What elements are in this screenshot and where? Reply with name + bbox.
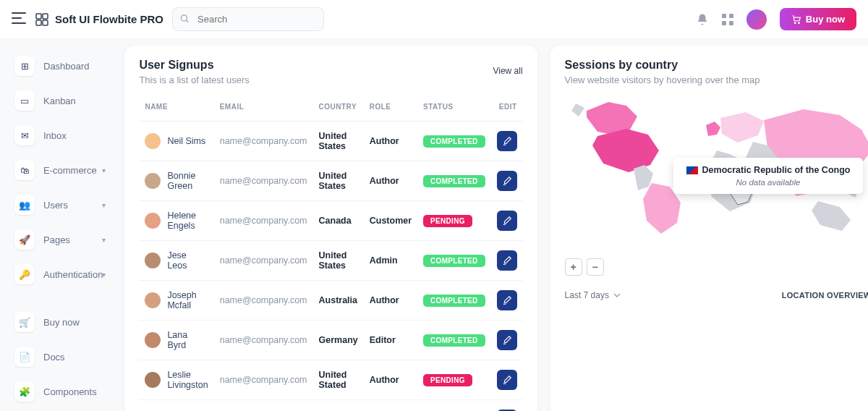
edit-button[interactable] [497,171,517,191]
svg-rect-1 [43,14,48,19]
status-badge: PENDING [423,374,472,386]
kanban-icon: ▭ [14,90,35,111]
sidebar-item-kanban[interactable]: ▭Kanban [7,83,110,118]
table-row: Jese Leosname@company.comUnited StatesAd… [139,241,522,281]
sidebar-item-docs[interactable]: 📄Docs [7,339,110,374]
brand-text: Soft UI Flowbite PRO [55,13,163,25]
svg-rect-8 [729,21,733,25]
user-signups-card: User Signups This is a list of latest us… [124,46,537,411]
buy-now-button[interactable]: Buy now [780,8,856,30]
avatar [145,372,161,388]
svg-point-4 [181,14,187,20]
sidebar-item-components[interactable]: 🧩Components [7,374,110,409]
chevron-down-icon: ▾ [102,271,106,279]
apps-icon[interactable] [722,14,733,25]
col-edit: EDIT [491,93,523,122]
notifications-icon[interactable] [696,13,709,26]
app-header: Soft UI Flowbite PRO Buy now [0,0,868,38]
sidebar-item-dashboard[interactable]: ⊞Dashboard [7,48,110,83]
map-subtitle: View website visitors by hovering over t… [565,75,868,85]
user-name: Lana Byrd [167,330,208,350]
sidebar-item-label: Components [43,386,97,397]
avatar [145,253,161,268]
user-email: name@company.com [214,241,313,281]
status-badge: PENDING [423,215,472,227]
user-email: name@company.com [214,360,313,400]
col-role: ROLE [364,93,417,122]
user-country: Australia [313,281,364,321]
docs-icon: 📄 [14,347,35,367]
user-email: name@company.com [214,161,313,201]
svg-point-10 [798,22,799,23]
sidebar-item-e-commerce[interactable]: 🛍E-commerce▾ [7,153,110,187]
user-name: Bonnie Green [167,171,208,191]
user-email: name@company.com [214,400,313,412]
user-role: Author [364,360,417,400]
edit-button[interactable] [497,330,517,350]
sidebar-item-label: Pages [43,234,70,245]
user-role: Author [364,161,417,201]
menu-toggle-icon[interactable] [12,12,26,26]
sidebar-item-pages[interactable]: 🚀Pages▾ [7,222,110,257]
buy-now-icon: 🛒 [14,312,35,332]
brand-logo[interactable]: Soft UI Flowbite PRO [35,12,163,27]
map-tooltip: Democratic Republic of the Congo No data… [673,158,864,194]
svg-rect-2 [36,20,41,25]
user-country: United Stated [313,360,364,400]
svg-rect-0 [36,14,41,19]
status-badge: COMPLETED [423,135,485,148]
edit-button[interactable] [497,211,517,231]
sidebar-item-buy-now[interactable]: 🛒Buy now [7,305,110,339]
sidebar-item-label: Authentication [43,269,103,280]
user-avatar[interactable] [746,9,767,30]
sidebar-item-users[interactable]: 👥Users▾ [7,187,110,222]
signups-subtitle: This is a list of latest users [139,75,249,85]
status-badge: COMPLETED [423,334,485,347]
sidebar-item-authentication[interactable]: 🔑Authentication▾ [7,257,110,292]
chevron-down-icon: ▾ [102,166,106,174]
location-overview-link[interactable]: LOCATION OVERVIEW [782,291,868,300]
user-role: Editor [364,321,417,360]
sidebar-item-inbox[interactable]: ✉Inbox [7,118,110,153]
svg-rect-6 [729,14,733,18]
authentication-icon: 🔑 [14,264,35,284]
table-row: Helene Engelsname@company.comCanadaCusto… [139,201,522,241]
table-row: Lana Byrdname@company.comGermanyEditorCO… [139,321,522,360]
user-email: name@company.com [214,281,313,321]
inbox-icon: ✉ [14,125,35,145]
sidebar-item-label: Inbox [43,130,67,141]
sidebar-item-label: Users [43,200,68,211]
chevron-down-icon: ▾ [102,236,106,244]
table-row: Leslie Livingstonname@company.comUnited … [139,360,522,400]
sessions-map-card: Sessions by country View website visitor… [550,46,868,411]
user-country: United States [313,400,364,412]
avatar [145,292,161,308]
status-badge: COMPLETED [423,295,485,307]
edit-button[interactable] [497,290,517,310]
view-all-link[interactable]: View all [493,66,522,76]
zoom-out-button[interactable]: − [587,258,604,276]
avatar [145,332,161,348]
edit-button[interactable] [497,250,517,271]
user-country: Germany [313,321,364,360]
user-role: Author [364,122,417,161]
avatar [145,133,161,149]
map-date-range-selector[interactable]: Last 7 days [565,290,621,300]
col-email: EMAIL [214,93,313,122]
world-map[interactable]: Democratic Republic of the Congo No data… [565,93,868,254]
user-role: Customer [364,201,417,241]
chevron-down-icon: ▾ [102,201,106,209]
signups-title: User Signups [139,59,249,72]
search-input[interactable] [172,7,324,31]
user-country: United States [313,122,364,161]
user-country: United States [313,241,364,281]
user-email: name@company.com [214,201,313,241]
edit-button[interactable] [497,370,517,390]
zoom-in-button[interactable]: + [565,258,582,276]
table-row: Neil Simsname@company.comUnited StatesAu… [139,122,522,161]
edit-button[interactable] [497,131,517,151]
sidebar-item-label: Docs [43,352,65,363]
col-country: COUNTRY [313,93,364,122]
chevron-down-icon [613,292,621,299]
user-role: Author [364,281,417,321]
